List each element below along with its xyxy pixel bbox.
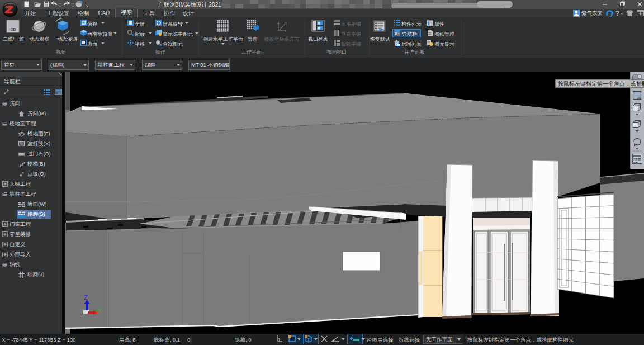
svg-text:Y: Y (98, 308, 102, 313)
svg-text:2D: 2D (11, 27, 16, 31)
svg-text:2D: 2D (637, 96, 641, 100)
svg-text:?: ? (615, 10, 619, 17)
svg-text:Z: Z (84, 294, 88, 301)
